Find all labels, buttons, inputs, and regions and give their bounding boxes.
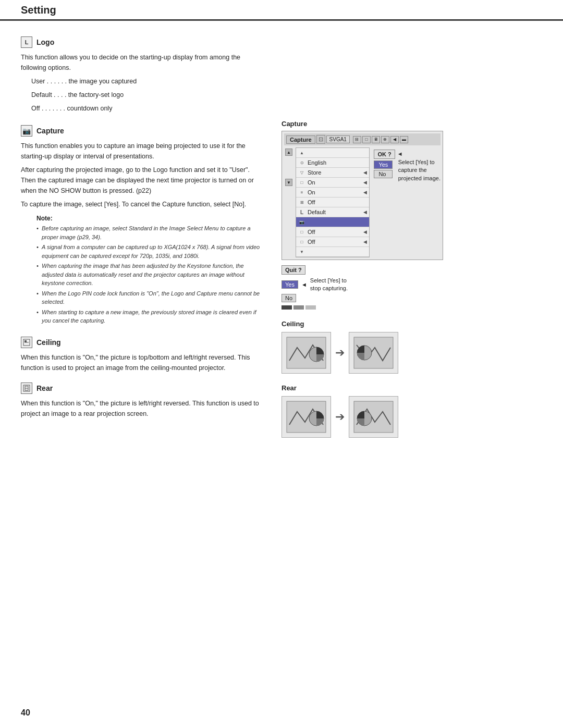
menu-row-off2-arrow: ◀ [363,229,367,235]
rear-diagram-after [349,396,398,438]
menu-row-store-arrow: ◀ [363,170,367,175]
page-header: Setting [0,0,563,20]
svg-rect-1 [25,340,27,342]
logo-option3: Off . . . . . . . countdown only [31,103,261,114]
logo-heading-label: Logo [36,38,54,46]
tb-icon-5: ◀ [390,136,399,143]
tb-icon-2: □ [362,136,371,143]
capture-body2: After capturing the projected image, go … [21,165,261,196]
menu-row-on1-arrow: ◀ [363,180,367,185]
ok-btns: Yes No [374,161,393,178]
capture-body3: To capture the image, select [Yes]. To c… [21,199,261,209]
scroll-down-btn[interactable]: ▼ [285,179,292,186]
rear-diagram-arrow: ➔ [335,410,345,424]
quit-yes-btn[interactable]: Yes [282,280,298,289]
menu-row-off3[interactable]: □ Off ◀ [296,237,369,247]
menu-row-on1-icon: □ [298,179,305,186]
rear-diagram-label: Rear [282,384,542,392]
logo-body1: This function allows you to decide on th… [21,52,261,73]
ceiling-heading-label: Ceiling [36,338,61,347]
menu-row-default-icon: L [298,208,305,216]
menu-row-off[interactable]: ⊠ Off [296,198,369,207]
note-item-4: When the Logo PIN code lock function is … [36,289,261,306]
menu-row-store[interactable]: ▽ Store ◀ [296,168,369,178]
menu-row-store-text: Store [308,169,363,176]
rear-icon [21,382,32,394]
ok-no-btn[interactable]: No [374,170,393,178]
tb-icon-4: ⊕ [381,136,389,143]
quit-desc: Select [Yes] tostop capturing. [310,277,348,293]
menu-row-on2[interactable]: ≡ On ◀ [296,188,369,198]
capture-note: Note: Before capturing an image, select … [36,215,261,325]
menu-row-default-arrow: ◀ [363,209,367,215]
rear-diagram-before [282,396,331,438]
toolbar-separator-icon: ⊡ [316,135,325,144]
menu-row-on1[interactable]: □ On ◀ [296,178,369,188]
note-item-2: A signal from a computer can be captured… [36,243,261,260]
capture-right-label: Capture [282,120,542,128]
menu-row-down: ▼ [296,247,369,257]
ok-desc-section: ◄ Select [Yes] tocapture theprojected im… [397,150,440,182]
menu-row-off2[interactable]: □ Off ◀ [296,227,369,237]
menu-row-on2-arrow: ◀ [363,190,367,195]
menu-row-on2-icon: ≡ [298,189,305,196]
ceiling-section-heading: Ceiling [21,337,261,348]
menu-row-off3-arrow: ◀ [363,239,367,244]
capture-menu: ▲ ⊙ English ▽ Store ◀ □ [296,147,370,257]
ok-label: OK ? [374,150,395,159]
ceiling-after-svg [351,335,396,371]
capture-scroll-btns: ▲ ▼ [284,147,293,257]
quit-no-btn[interactable]: No [282,294,296,302]
ceiling-body: When this function is "On," the picture … [21,352,261,373]
capture-toolbar: Capture ⊡ SVGA1 ⊟ □ 🖥 ⊕ ◀ ▬ [284,133,440,145]
tb-icon-3: 🖥 [372,136,380,143]
logo-option2: Default . . . . the factory-set logo [31,90,261,100]
quit-label: Quit ? [282,265,305,275]
menu-row-off3-text: Off [308,239,363,245]
capture-heading-label: Capture [36,127,64,135]
menu-row-off2-icon: □ [298,228,305,236]
menu-row-default[interactable]: L Default ◀ [296,207,369,217]
ok-yes-btn[interactable]: Yes [374,161,393,169]
rear-after-svg [351,399,396,435]
page-title: Setting [21,4,542,16]
rear-diagram-row: ➔ [282,396,542,438]
page-number: 40 [21,708,30,718]
capture-icon: 📷 [21,125,32,137]
tb-icon-6: ▬ [400,136,408,143]
content-wrapper: L Logo This function allows you to decid… [0,21,563,469]
menu-row-up-icon: ▲ [298,149,305,156]
rear-body: When this function is "On," the picture … [21,398,261,419]
capture-body1: This function enables you to capture an … [21,141,261,162]
menu-row-capture-active[interactable]: 📷 [296,217,369,227]
capture-toolbar-icons: ⊟ □ 🖥 ⊕ ◀ ▬ [353,136,408,143]
menu-row-off-text: Off [308,199,367,205]
ok-select-arrow: ◄ [397,151,403,157]
ceiling-icon [21,337,32,348]
logo-section-heading: L Logo [21,36,261,48]
capture-toolbar-capture-btn[interactable]: Capture [286,135,315,144]
note-label: Note: [36,215,261,222]
menu-row-default-text: Default [308,209,363,215]
menu-row-off-icon: ⊠ [298,199,305,206]
menu-row-lang-icon: ⊙ [298,159,305,166]
scroll-up-btn[interactable]: ▲ [285,149,292,156]
capture-toolbar-signal-btn[interactable]: SVGA1 [326,135,350,143]
quit-section: Quit ? Yes ◄ Select [Yes] tostop capturi… [282,265,542,310]
ceiling-diagram-row: ➔ [282,332,542,374]
menu-row-off2-text: Off [308,229,363,235]
menu-row-on2-text: On [308,189,363,195]
logo-option1: User . . . . . . the image you captured [31,76,261,87]
ok-desc1: Select [Yes] tocapture theprojected imag… [398,158,440,182]
capture-scroll-area: ▲ ▼ ▲ ⊙ English ▽ [284,147,440,257]
note-item-5: When starting to capture a new image, th… [36,308,261,325]
menu-row-off3-icon: □ [298,238,305,245]
logo-icon: L [21,36,32,48]
rear-before-svg [284,399,328,435]
note-item-1: Before capturing an image, select Standa… [36,224,261,241]
ok-buttons-section: OK ? Yes No ◄ Select [Yes] tocapture the… [374,150,440,182]
ceiling-before-svg [284,335,328,371]
menu-row-language[interactable]: ⊙ English [296,158,369,168]
note-item-3: When capturing the image that has been a… [36,262,261,288]
menu-row-store-icon: ▽ [298,169,305,176]
